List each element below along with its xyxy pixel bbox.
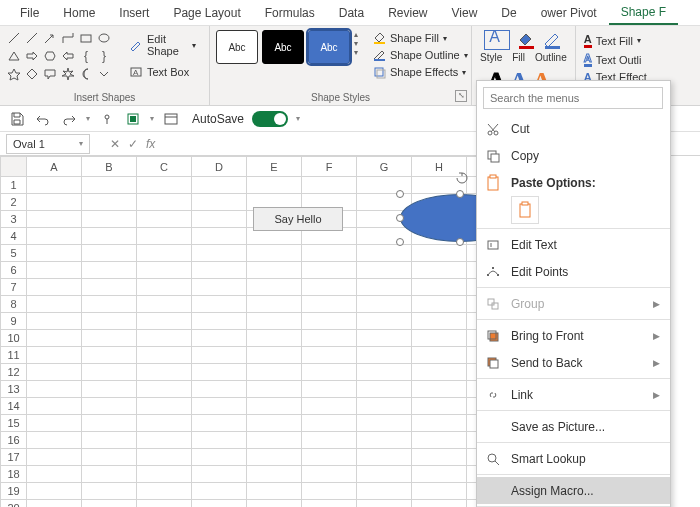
text-outline-button[interactable]: AText Outli <box>580 51 651 68</box>
cell[interactable] <box>247 364 302 381</box>
cell[interactable] <box>247 398 302 415</box>
row-header-17[interactable]: 17 <box>1 449 27 466</box>
shape-moon-icon[interactable] <box>78 66 94 82</box>
cell[interactable] <box>247 279 302 296</box>
cell[interactable] <box>412 381 467 398</box>
cell[interactable] <box>27 245 82 262</box>
tab-home[interactable]: Home <box>51 2 107 24</box>
save-icon[interactable] <box>8 110 26 128</box>
cell[interactable] <box>357 245 412 262</box>
cell[interactable] <box>137 296 192 313</box>
shape-rect-icon[interactable] <box>78 30 94 46</box>
row-header-6[interactable]: 6 <box>1 262 27 279</box>
undo-icon[interactable] <box>34 110 52 128</box>
cell[interactable] <box>82 279 137 296</box>
cell[interactable] <box>302 466 357 483</box>
cell[interactable] <box>302 432 357 449</box>
shape-more-icon[interactable] <box>96 66 112 82</box>
cell[interactable] <box>82 296 137 313</box>
cell[interactable] <box>302 262 357 279</box>
cell[interactable] <box>357 296 412 313</box>
cell[interactable] <box>357 466 412 483</box>
shape-burst-icon[interactable] <box>60 66 76 82</box>
cell[interactable] <box>247 347 302 364</box>
shape-line2-icon[interactable] <box>24 30 40 46</box>
shape-diamond-icon[interactable] <box>24 66 40 82</box>
cell[interactable] <box>137 483 192 500</box>
cell[interactable] <box>27 415 82 432</box>
cell[interactable] <box>137 432 192 449</box>
col-header-A[interactable]: A <box>27 157 82 177</box>
cell[interactable] <box>412 483 467 500</box>
text-box-button[interactable]: A Text Box <box>122 62 203 82</box>
menu-search-input[interactable] <box>483 87 663 109</box>
preview-icon[interactable] <box>162 110 180 128</box>
row-header-5[interactable]: 5 <box>1 245 27 262</box>
row-header-12[interactable]: 12 <box>1 364 27 381</box>
cell[interactable] <box>82 398 137 415</box>
addin-icon[interactable] <box>124 110 142 128</box>
ctx-cut[interactable]: Cut <box>477 115 670 142</box>
row-header-16[interactable]: 16 <box>1 432 27 449</box>
cell[interactable] <box>82 211 137 228</box>
cell[interactable] <box>302 296 357 313</box>
cell[interactable] <box>357 500 412 508</box>
tab-insert[interactable]: Insert <box>107 2 161 24</box>
ctx-save-as-picture-[interactable]: Save as Picture... <box>477 413 670 440</box>
cell[interactable] <box>82 415 137 432</box>
row-header-2[interactable]: 2 <box>1 194 27 211</box>
cell[interactable] <box>412 432 467 449</box>
cell[interactable] <box>247 415 302 432</box>
cell[interactable] <box>357 279 412 296</box>
tab-file[interactable]: File <box>8 2 51 24</box>
style-preset-1[interactable]: Abc <box>262 30 304 64</box>
cell[interactable] <box>302 279 357 296</box>
cell[interactable] <box>137 313 192 330</box>
cell[interactable] <box>357 262 412 279</box>
cell[interactable] <box>27 432 82 449</box>
cell[interactable] <box>192 245 247 262</box>
cell[interactable] <box>137 228 192 245</box>
shape-line-icon[interactable] <box>6 30 22 46</box>
enter-icon[interactable]: ✓ <box>128 137 138 151</box>
row-header-8[interactable]: 8 <box>1 296 27 313</box>
style-preset-2[interactable]: Abc <box>308 30 350 64</box>
row-header-1[interactable]: 1 <box>1 177 27 194</box>
text-fill-button[interactable]: AText Fill▾ <box>580 32 651 49</box>
row-header-14[interactable]: 14 <box>1 398 27 415</box>
fx-icon[interactable]: fx <box>146 137 155 151</box>
cell[interactable] <box>192 500 247 508</box>
col-header-G[interactable]: G <box>357 157 412 177</box>
row-header-11[interactable]: 11 <box>1 347 27 364</box>
shape-oval-icon[interactable] <box>96 30 112 46</box>
resize-handle[interactable] <box>396 190 404 198</box>
cell[interactable] <box>27 279 82 296</box>
autosave-toggle[interactable] <box>252 111 288 127</box>
cell[interactable] <box>27 398 82 415</box>
row-header-4[interactable]: 4 <box>1 228 27 245</box>
cell[interactable] <box>357 483 412 500</box>
cell[interactable] <box>137 211 192 228</box>
cell[interactable] <box>192 398 247 415</box>
cell[interactable] <box>192 296 247 313</box>
cell[interactable] <box>137 330 192 347</box>
cell[interactable] <box>82 313 137 330</box>
cell[interactable] <box>192 432 247 449</box>
cell[interactable] <box>412 364 467 381</box>
cell[interactable] <box>192 177 247 194</box>
row-header-3[interactable]: 3 <box>1 211 27 228</box>
cell[interactable] <box>82 364 137 381</box>
tab-de[interactable]: De <box>489 2 528 24</box>
cell[interactable] <box>302 415 357 432</box>
cell[interactable] <box>27 177 82 194</box>
cancel-icon[interactable]: ✕ <box>110 137 120 151</box>
wa-outline-icon[interactable] <box>542 30 562 50</box>
cell[interactable] <box>357 432 412 449</box>
style-preset-0[interactable]: Abc <box>216 30 258 64</box>
redo-icon[interactable] <box>60 110 78 128</box>
cell[interactable] <box>192 415 247 432</box>
col-header-C[interactable]: C <box>137 157 192 177</box>
cell[interactable] <box>412 296 467 313</box>
cell[interactable] <box>82 449 137 466</box>
cell[interactable] <box>357 381 412 398</box>
